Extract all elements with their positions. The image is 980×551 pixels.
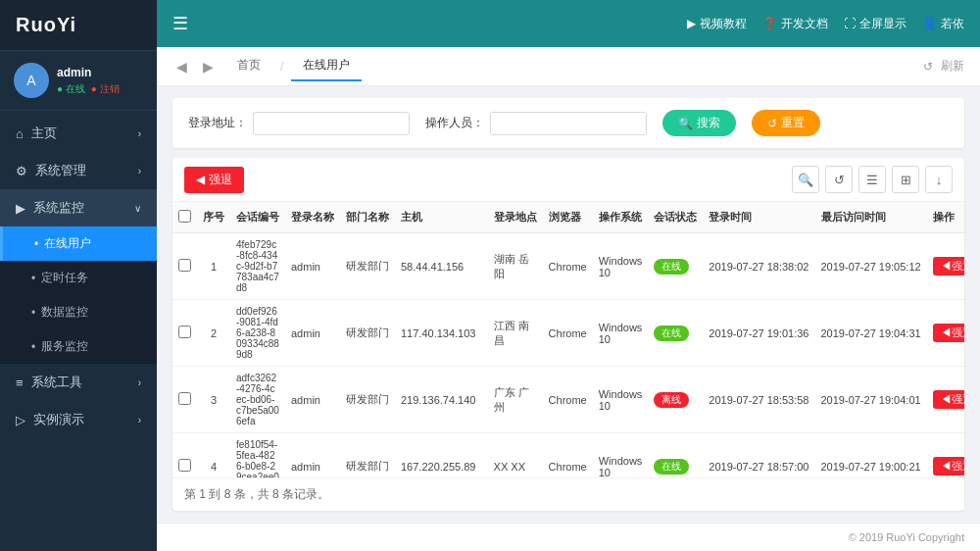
table-toolbar: ◀ 强退 🔍 ↺ ☰ ⊞ ↓ — [172, 158, 964, 202]
header-os: 操作系统 — [593, 202, 649, 233]
row-checkbox-cell[interactable] — [172, 433, 197, 478]
sidebar-item-online-users[interactable]: • 在线用户 — [0, 226, 157, 261]
fullscreen-icon: ⛶ — [844, 17, 856, 30]
sidebar-item-system[interactable]: ⚙ 系统管理 › — [0, 152, 157, 189]
sidebar-item-monitor[interactable]: ▶ 系统监控 ∨ — [0, 189, 157, 226]
row-seq: 3 — [197, 367, 230, 433]
row-checkbox[interactable] — [178, 459, 191, 472]
row-session: fe810f54-5fea-4826-b0e8-29cea2ee0ff5 — [230, 433, 285, 478]
reset-button[interactable]: ↺ 重置 — [752, 110, 820, 136]
row-action[interactable]: ◀强退 — [927, 233, 964, 300]
header-seq: 序号 — [197, 202, 230, 233]
row-checkbox[interactable] — [178, 392, 191, 405]
row-host: 219.136.74.140 — [395, 367, 488, 433]
sidebar-menu: ⌂ 主页 › ⚙ 系统管理 › ▶ 系统监控 ∨ • 在线用户 • 定时任务 • — [0, 111, 157, 551]
monitor-icon: ▶ — [16, 201, 25, 216]
sidebar-item-label: 实例演示 — [33, 411, 84, 428]
force-logout-row-button[interactable]: ◀强退 — [933, 390, 964, 409]
status-badge: 在线 — [654, 259, 689, 275]
breadcrumb-home[interactable]: 首页 — [225, 51, 272, 81]
sidebar-item-scheduled-tasks[interactable]: • 定时任务 — [0, 261, 157, 295]
reset-label: 重置 — [781, 115, 805, 131]
row-seq: 1 — [197, 233, 230, 300]
row-os: Windows 10 — [593, 233, 649, 300]
fullscreen-button[interactable]: ⛶ 全屏显示 — [844, 16, 906, 32]
row-checkbox[interactable] — [178, 326, 191, 338]
sidebar-item-home[interactable]: ⌂ 主页 › — [0, 115, 157, 152]
user-info: admin ● 在线 ● 注销 — [57, 66, 120, 96]
dot-icon: • — [31, 306, 35, 320]
dev-docs-button[interactable]: ❓ 开发文档 — [762, 16, 828, 32]
user-avatar-icon: 👤 — [922, 17, 937, 30]
row-browser: Chrome — [543, 433, 593, 478]
row-checkbox-cell[interactable] — [172, 367, 197, 433]
dot-icon: • — [31, 272, 35, 285]
topbar: ☰ ▶ 视频教程 ❓ 开发文档 ⛶ 全屏显示 👤 若依 — [157, 0, 980, 47]
search-button[interactable]: 🔍 搜索 — [662, 110, 736, 136]
username-label: admin — [57, 66, 120, 79]
login-addr-label: 登录地址： — [188, 115, 247, 131]
select-all-checkbox[interactable] — [178, 210, 191, 223]
row-action[interactable]: ◀强退 — [927, 300, 964, 367]
breadcrumb-forward-button[interactable]: ▶ — [199, 59, 218, 75]
sidebar-item-service-monitor[interactable]: • 服务监控 — [0, 329, 157, 364]
operator-label: 操作人员： — [425, 115, 484, 131]
search-icon-button[interactable]: 🔍 — [792, 166, 819, 193]
table-header-row: 序号 会话编号 登录名称 部门名称 主机 登录地点 浏览器 操作系统 会话状态 … — [172, 202, 964, 233]
row-action[interactable]: ◀强退 — [927, 433, 964, 478]
row-last-access: 2019-07-27 19:00:21 — [815, 433, 927, 478]
row-location: 江西 南昌 — [488, 300, 543, 367]
force-logout-row-button[interactable]: ◀强退 — [933, 457, 964, 476]
breadcrumb-separator: / — [280, 60, 283, 74]
export-icon-button[interactable]: ↓ — [925, 166, 953, 193]
force-logout-row-button[interactable]: ◀强退 — [933, 257, 964, 276]
row-status: 在线 — [648, 433, 703, 478]
sidebar-item-label: 服务监控 — [41, 338, 88, 355]
docs-label: 开发文档 — [781, 16, 828, 32]
login-addr-input[interactable] — [253, 112, 410, 135]
refresh-icon-button[interactable]: ↺ — [825, 166, 853, 193]
breadcrumb-refresh[interactable]: ↺ 刷新 — [923, 58, 964, 75]
tools-icon: ≡ — [16, 376, 24, 390]
reset-icon: ↺ — [767, 117, 777, 130]
column-icon-button[interactable]: ☰ — [858, 166, 886, 193]
row-login-time: 2019-07-27 18:53:58 — [703, 367, 814, 433]
row-checkbox-cell[interactable] — [172, 300, 197, 367]
row-login-time: 2019-07-27 18:38:02 — [703, 233, 814, 300]
row-status: 在线 — [648, 300, 703, 367]
dot-icon: • — [31, 340, 35, 354]
row-login-name: admin — [285, 233, 340, 300]
operator-input[interactable] — [490, 112, 647, 135]
sidebar: RuoYi A admin ● 在线 ● 注销 ⌂ 主页 › ⚙ 系统管理 › … — [0, 0, 157, 551]
row-login-time: 2019-07-27 18:57:00 — [703, 433, 814, 478]
operator-field: 操作人员： — [425, 112, 647, 135]
row-checkbox[interactable] — [178, 259, 191, 272]
menu-toggle-button[interactable]: ☰ — [172, 13, 188, 34]
header-checkbox[interactable] — [172, 202, 197, 233]
video-tutorial-button[interactable]: ▶ 视频教程 — [687, 16, 747, 32]
row-action[interactable]: ◀强退 — [927, 367, 964, 433]
row-browser: Chrome — [543, 367, 593, 433]
topbar-user[interactable]: 👤 若依 — [922, 16, 964, 32]
row-session: dd0ef926-9081-4fd6-a238-809334c889d8 — [230, 300, 285, 367]
header-session: 会话编号 — [230, 202, 285, 233]
row-checkbox-cell[interactable] — [172, 233, 197, 300]
online-status[interactable]: ● 在线 — [57, 82, 85, 96]
force-logout-row-button[interactable]: ◀强退 — [933, 324, 964, 342]
sidebar-item-data-monitor[interactable]: • 数据监控 — [0, 295, 157, 329]
sidebar-item-label: 定时任务 — [41, 270, 88, 286]
sidebar-item-demo[interactable]: ▷ 实例演示 › — [0, 401, 157, 438]
grid-icon-button[interactable]: ⊞ — [892, 166, 919, 193]
header-login-name: 登录名称 — [285, 202, 340, 233]
breadcrumb-back-button[interactable]: ◀ — [172, 59, 191, 75]
search-bar: 登录地址： 操作人员： 🔍 搜索 ↺ 重置 — [172, 98, 964, 148]
breadcrumb-online-users[interactable]: 在线用户 — [291, 51, 362, 81]
force-logout-button[interactable]: ◀ 强退 — [184, 167, 244, 193]
footer-text: © 2019 RuoYi Copyright — [849, 531, 964, 543]
breadcrumb: ◀ ▶ 首页 / 在线用户 ↺ 刷新 — [157, 47, 980, 86]
sidebar-item-system-tools[interactable]: ≡ 系统工具 › — [0, 364, 157, 401]
logout-status[interactable]: ● 注销 — [91, 82, 120, 96]
chevron-right-icon: › — [138, 415, 141, 426]
table-body: 1 4feb729c-8fc8-434c-9d2f-b7783aa4c7d8 a… — [172, 233, 964, 478]
header-action: 操作 — [927, 202, 964, 233]
